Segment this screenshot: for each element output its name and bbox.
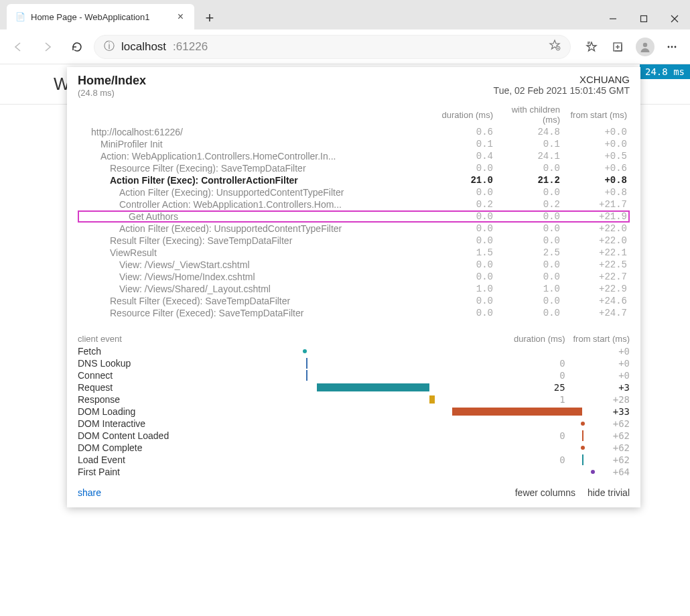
timing-row[interactable]: Result Filter (Execed): SaveTempDataFilt… [78,295,630,307]
timing-children: 0.0 [496,295,563,307]
share-link[interactable]: share [78,487,101,498]
site-info-icon[interactable]: ⓘ [104,40,115,54]
client-event-bar [192,466,500,478]
favorite-icon[interactable] [549,39,561,54]
client-event-label: Load Event [78,454,192,466]
more-button[interactable] [659,34,685,60]
client-timing-row[interactable]: DOM Loading29+33 [78,406,630,418]
timing-children: 0.0 [496,235,563,247]
timing-start: +0.0 [563,138,630,150]
toolbar-right [579,34,685,60]
timing-children: 0.2 [496,198,563,210]
minimize-button[interactable] [598,8,628,29]
client-col-start: from start (ms) [565,332,630,345]
browser-tab[interactable]: 📄 Home Page - WebApplication1 × [7,4,194,29]
client-event-bar [192,406,500,418]
client-event-start: +28 [565,393,630,406]
timing-start: +22.7 [563,271,630,283]
tab-title: Home Page - WebApplication1 [31,12,150,22]
badge-value: 24.8 [645,66,668,77]
timing-children: 0.0 [496,223,563,235]
client-event-bar [192,442,500,454]
forward-button[interactable] [35,34,60,60]
client-event-start: +0 [565,345,630,357]
timing-label: View: /Views/Home/Index.cshtml [78,271,429,283]
hide-trivial-link[interactable]: hide trivial [588,487,630,498]
client-event-label: Fetch [78,345,192,357]
client-event-start: +62 [565,418,630,430]
client-event-label: Request [78,381,192,393]
client-event-duration: 25 [500,381,565,393]
client-timing-row[interactable]: Load Event0+62 [78,454,630,466]
timing-row[interactable]: Get Authors0.00.0+21.9 [78,210,630,223]
timing-duration: 0.0 [429,162,496,174]
fewer-columns-link[interactable]: fewer columns [515,487,575,498]
close-window-button[interactable] [659,8,690,29]
refresh-button[interactable] [64,34,90,60]
timing-children: 0.1 [496,138,563,150]
svg-point-17 [675,46,677,48]
timing-row[interactable]: Result Filter (Execing): SaveTempDataFil… [78,235,630,247]
svg-point-16 [671,46,673,48]
timing-row[interactable]: Action Filter (Exec): ControllerActionFi… [78,174,630,186]
address-bar[interactable]: ⓘ localhost:61226 [94,35,571,59]
timing-row[interactable]: Action: WebApplication1.Controllers.Home… [78,150,630,162]
client-event-bar [192,369,500,381]
timing-duration: 1.0 [429,283,496,295]
client-timing-row[interactable]: DOM Complete+62 [78,442,630,454]
timing-row[interactable]: Action Filter (Execed): UnsupportedConte… [78,223,630,235]
timing-row[interactable]: Resource Filter (Execed): SaveTempDataFi… [78,307,630,319]
window-controls [598,8,690,29]
tab-close-icon[interactable]: × [175,9,186,24]
client-event-bar [192,393,500,406]
timing-row[interactable]: Controller Action: WebApplication1.Contr… [78,198,630,210]
maximize-button[interactable] [628,8,659,29]
timing-label: Result Filter (Execing): SaveTempDataFil… [78,235,429,247]
client-timing-row[interactable]: DNS Lookup0+0 [78,357,630,369]
timing-row[interactable]: Resource Filter (Execing): SaveTempDataF… [78,162,630,174]
timing-row[interactable]: View: /Views/Home/Index.cshtml0.00.0+22.… [78,271,630,283]
client-timing-row[interactable]: Connect0+0 [78,369,630,381]
timing-row[interactable]: View: /Views/Shared/_Layout.cshtml1.01.0… [78,283,630,295]
client-event-start: +62 [565,454,630,466]
timing-duration: 0.0 [429,235,496,247]
timing-children: 21.2 [496,174,563,186]
favorites-button[interactable] [579,34,604,60]
back-button[interactable] [5,34,31,60]
client-event-label: Connect [78,369,192,381]
timing-row[interactable]: ViewResult1.52.5+22.1 [78,247,630,259]
new-tab-button[interactable]: + [198,7,221,29]
timing-row[interactable]: View: /Views/_ViewStart.cshtml0.00.0+22.… [78,259,630,271]
timing-duration: 0.2 [429,198,496,210]
timing-duration: 0.0 [429,295,496,307]
client-timing-row[interactable]: Fetch+0 [78,345,630,357]
timing-row[interactable]: http://localhost:61226/0.624.8+0.0 [78,126,630,138]
client-event-label: DOM Content Loaded [78,430,192,442]
timing-duration: 0.0 [429,271,496,283]
timing-row[interactable]: Action Filter (Execing): UnsupportedCont… [78,186,630,198]
profile-button[interactable] [632,34,658,60]
client-timing-row[interactable]: DOM Content Loaded0+62 [78,430,630,442]
timing-children: 24.1 [496,150,563,162]
svg-rect-1 [641,16,647,22]
timing-start: +24.6 [563,295,630,307]
collections-button[interactable] [606,34,631,60]
client-timing-row[interactable]: Response1+28 [78,393,630,406]
timing-start: +22.5 [563,259,630,271]
timing-row[interactable]: MiniProfiler Init0.10.1+0.0 [78,138,630,150]
svg-point-15 [668,46,670,48]
client-event-duration [500,442,565,454]
miniprofiler-badge[interactable]: 24.8 ms [640,64,690,79]
timing-label: Controller Action: WebApplication1.Contr… [78,198,429,210]
svg-point-14 [643,42,647,46]
timing-start: +0.6 [563,162,630,174]
badge-unit: ms [673,66,685,77]
timing-label: Resource Filter (Execed): SaveTempDataFi… [78,307,429,319]
timing-duration: 0.0 [429,210,496,223]
timing-duration: 0.6 [429,126,496,138]
client-timing-row[interactable]: First Paint+64 [78,466,630,478]
timing-label: View: /Views/Shared/_Layout.cshtml [78,283,429,295]
client-timing-row[interactable]: Request25+3 [78,381,630,393]
client-timing-row[interactable]: DOM Interactive+62 [78,418,630,430]
client-event-label: DOM Complete [78,442,192,454]
